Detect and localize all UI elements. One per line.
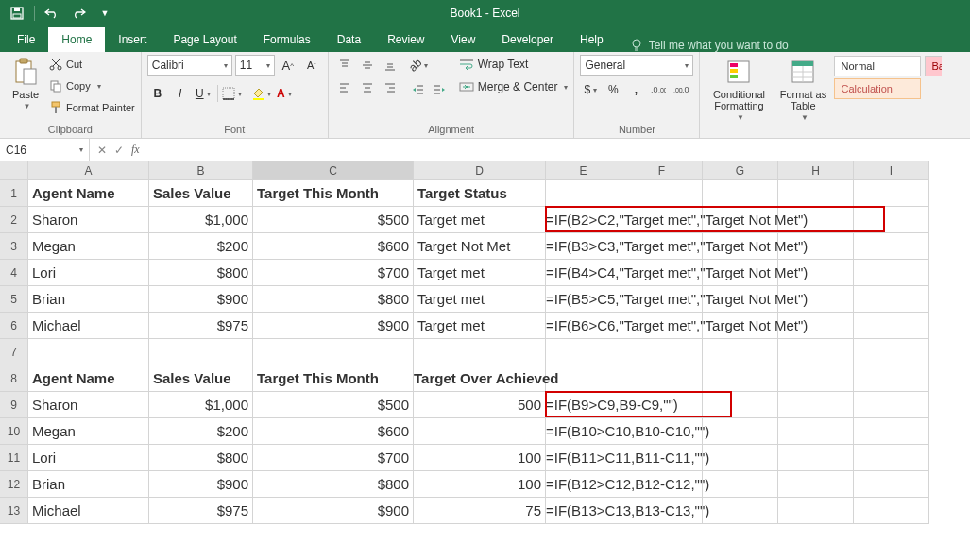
cell-B4[interactable]: $800 bbox=[149, 260, 253, 286]
cell-A10[interactable]: Megan bbox=[28, 418, 149, 445]
cell-A3[interactable]: Megan bbox=[28, 233, 149, 260]
row-header-6[interactable]: 6 bbox=[0, 313, 28, 339]
tab-file[interactable]: File bbox=[4, 27, 48, 52]
number-format-select[interactable]: General▾ bbox=[580, 55, 693, 76]
cell-I6[interactable] bbox=[854, 313, 929, 339]
row-header-2[interactable]: 2 bbox=[0, 207, 28, 233]
align-center-icon[interactable] bbox=[357, 77, 378, 98]
cell-I9[interactable] bbox=[854, 392, 929, 418]
cell-G10[interactable] bbox=[703, 418, 778, 445]
cell-H1[interactable] bbox=[778, 180, 854, 207]
cell-A13[interactable]: Michael bbox=[28, 498, 149, 524]
cell-C5[interactable]: $800 bbox=[253, 286, 414, 313]
cell-D9[interactable]: 500 bbox=[414, 392, 546, 418]
cell-I12[interactable] bbox=[854, 471, 929, 498]
cell-F7[interactable] bbox=[621, 339, 703, 365]
tab-developer[interactable]: Developer bbox=[488, 27, 567, 52]
cell-E1[interactable] bbox=[546, 180, 621, 207]
row-header-5[interactable]: 5 bbox=[0, 286, 28, 313]
cell-C7[interactable] bbox=[253, 339, 414, 365]
cell-G9[interactable] bbox=[703, 392, 778, 418]
comma-format-icon[interactable]: , bbox=[625, 79, 646, 100]
col-header-G[interactable]: G bbox=[703, 161, 778, 180]
fill-color-button[interactable]: ▾ bbox=[251, 83, 272, 104]
decrease-decimal-icon[interactable]: .00.0 bbox=[671, 79, 691, 100]
col-header-H[interactable]: H bbox=[778, 161, 854, 180]
fx-icon[interactable]: fx bbox=[131, 143, 140, 157]
cell-I1[interactable] bbox=[854, 180, 929, 207]
col-header-F[interactable]: F bbox=[621, 161, 703, 180]
cell-A11[interactable]: Lori bbox=[28, 445, 149, 471]
cell-E2[interactable]: =IF(B2>C2,"Target met","Target Not Met") bbox=[546, 207, 621, 233]
cell-B13[interactable]: $975 bbox=[149, 498, 253, 524]
row-header-10[interactable]: 10 bbox=[0, 418, 28, 445]
qat-customize-icon[interactable]: ▼ bbox=[94, 3, 116, 24]
cell-D2[interactable]: Target met bbox=[414, 207, 546, 233]
cell-B12[interactable]: $900 bbox=[149, 471, 253, 498]
tab-view[interactable]: View bbox=[438, 27, 489, 52]
cell-A1[interactable]: Agent Name bbox=[28, 180, 149, 207]
redo-icon[interactable] bbox=[67, 3, 90, 24]
row-header-13[interactable]: 13 bbox=[0, 498, 28, 524]
row-header-3[interactable]: 3 bbox=[0, 233, 28, 260]
italic-button[interactable]: I bbox=[170, 83, 191, 104]
cell-D5[interactable]: Target met bbox=[414, 286, 546, 313]
cell-B2[interactable]: $1,000 bbox=[149, 207, 253, 233]
tab-page-layout[interactable]: Page Layout bbox=[160, 27, 249, 52]
font-name-select[interactable]: Calibri▾ bbox=[147, 55, 232, 76]
cell-B1[interactable]: Sales Value bbox=[149, 180, 253, 207]
tab-insert[interactable]: Insert bbox=[105, 27, 160, 52]
format-painter-button[interactable]: Format Painter bbox=[49, 98, 135, 117]
cell-D1[interactable]: Target Status bbox=[414, 180, 546, 207]
cell-C2[interactable]: $500 bbox=[253, 207, 414, 233]
cell-B10[interactable]: $200 bbox=[149, 418, 253, 445]
cell-B6[interactable]: $975 bbox=[149, 313, 253, 339]
tab-data[interactable]: Data bbox=[324, 27, 374, 52]
merge-center-button[interactable]: Merge & Center▾ bbox=[459, 77, 569, 96]
cell-H7[interactable] bbox=[778, 339, 854, 365]
cancel-formula-icon[interactable]: ✕ bbox=[97, 144, 107, 157]
cell-E13[interactable]: =IF(B13>C13,B13-C13,"") bbox=[546, 498, 621, 524]
col-header-B[interactable]: B bbox=[149, 161, 253, 180]
save-icon[interactable] bbox=[6, 3, 28, 24]
cell-A2[interactable]: Sharon bbox=[28, 207, 149, 233]
orientation-icon[interactable]: ab▾ bbox=[408, 55, 429, 76]
cell-D11[interactable]: 100 bbox=[414, 445, 546, 471]
cell-G13[interactable] bbox=[703, 498, 778, 524]
tab-help[interactable]: Help bbox=[567, 27, 617, 52]
cell-H12[interactable] bbox=[778, 471, 854, 498]
cell-D6[interactable]: Target met bbox=[414, 313, 546, 339]
cell-B8[interactable]: Sales Value bbox=[149, 365, 253, 392]
tab-home[interactable]: Home bbox=[48, 27, 105, 52]
cell-E3[interactable]: =IF(B3>C3,"Target met","Target Not Met") bbox=[546, 233, 621, 260]
cell-D3[interactable]: Target Not Met bbox=[414, 233, 546, 260]
col-header-E[interactable]: E bbox=[546, 161, 621, 180]
cell-H13[interactable] bbox=[778, 498, 854, 524]
cell-D4[interactable]: Target met bbox=[414, 260, 546, 286]
cell-I7[interactable] bbox=[854, 339, 929, 365]
cell-D8[interactable]: Target Over Achieved bbox=[414, 365, 546, 392]
cell-E9[interactable]: =IF(B9>C9,B9-C9,"") bbox=[546, 392, 621, 418]
cell-H11[interactable] bbox=[778, 445, 854, 471]
cell-I11[interactable] bbox=[854, 445, 929, 471]
percent-format-icon[interactable]: % bbox=[603, 79, 623, 100]
tab-formulas[interactable]: Formulas bbox=[250, 27, 324, 52]
underline-button[interactable]: U▾ bbox=[193, 83, 213, 104]
row-header-7[interactable]: 7 bbox=[0, 339, 28, 365]
style-calculation[interactable]: Calculation bbox=[834, 78, 921, 99]
undo-icon[interactable] bbox=[41, 3, 63, 24]
cell-D12[interactable]: 100 bbox=[414, 471, 546, 498]
accounting-format-icon[interactable]: $▾ bbox=[580, 79, 601, 100]
cell-C12[interactable]: $800 bbox=[253, 471, 414, 498]
copy-button[interactable]: Copy▾ bbox=[49, 76, 135, 95]
cell-I2[interactable] bbox=[854, 207, 929, 233]
cell-A12[interactable]: Brian bbox=[28, 471, 149, 498]
cell-I4[interactable] bbox=[854, 260, 929, 286]
decrease-font-icon[interactable]: Aˇ bbox=[301, 55, 322, 76]
bold-button[interactable]: B bbox=[147, 83, 168, 104]
cell-F1[interactable] bbox=[621, 180, 703, 207]
row-header-8[interactable]: 8 bbox=[0, 365, 28, 392]
col-header-C[interactable]: C bbox=[253, 161, 414, 180]
cell-C11[interactable]: $700 bbox=[253, 445, 414, 471]
cell-E7[interactable] bbox=[546, 339, 621, 365]
